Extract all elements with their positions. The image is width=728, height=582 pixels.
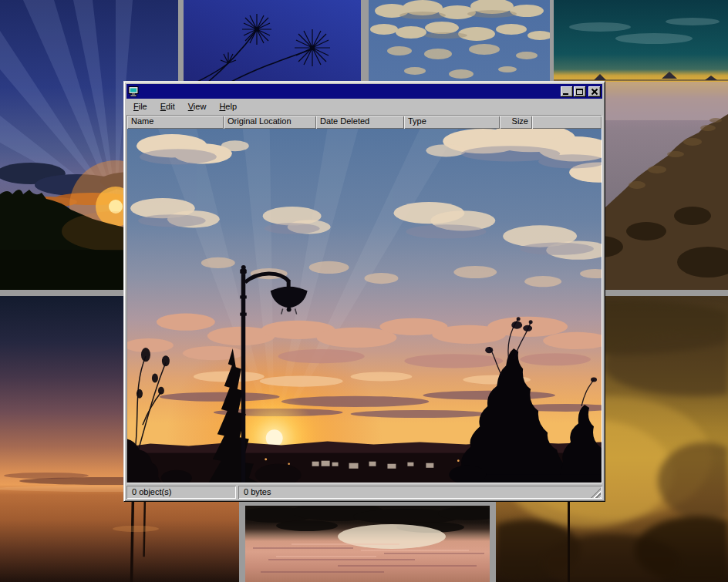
menu-file[interactable]: File	[132, 101, 149, 112]
close-button[interactable]	[588, 86, 601, 97]
status-objects: 0 object(s)	[126, 486, 236, 499]
menu-bar: File Edit View Help	[126, 99, 602, 114]
column-header-stub	[532, 116, 602, 129]
column-header-date-deleted[interactable]: Date Deleted	[316, 116, 404, 129]
close-icon	[591, 89, 598, 95]
column-header-type[interactable]: Type	[404, 116, 500, 129]
menu-edit[interactable]: Edit	[159, 101, 177, 112]
status-bar: 0 object(s) 0 bytes	[126, 483, 602, 499]
column-header-original-location[interactable]: Original Location	[224, 116, 316, 129]
column-header-row: Name Original Location Date Deleted Type…	[127, 116, 602, 129]
file-list-view: Name Original Location Date Deleted Type…	[126, 115, 602, 483]
minimize-button[interactable]	[561, 86, 573, 97]
pole-silhouette	[568, 496, 570, 582]
computer-icon	[128, 86, 140, 97]
folder-background-photo	[127, 129, 602, 483]
column-header-size[interactable]: Size	[500, 116, 532, 129]
wallpaper-tile-water-reflection	[245, 506, 490, 582]
window-titlebar[interactable]	[126, 84, 602, 99]
column-header-name[interactable]: Name	[127, 116, 224, 129]
maximize-icon	[576, 89, 583, 95]
menu-view[interactable]: View	[187, 101, 208, 112]
minimize-icon	[563, 93, 568, 95]
recycle-bin-window: File Edit View Help Name Original Locati…	[123, 81, 605, 502]
status-bytes: 0 bytes	[238, 486, 602, 499]
menu-help[interactable]: Help	[217, 101, 238, 112]
maximize-button[interactable]	[574, 86, 586, 97]
